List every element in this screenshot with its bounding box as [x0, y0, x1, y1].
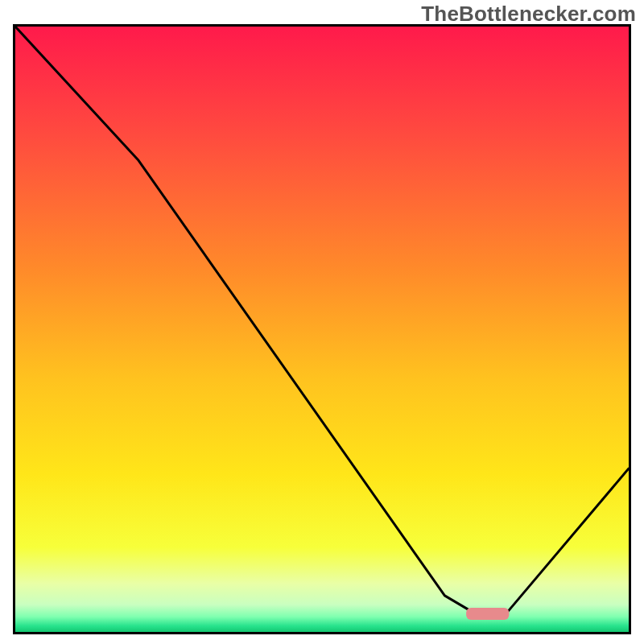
line-chart	[15, 27, 629, 632]
optimal-marker	[466, 608, 509, 620]
chart-container: TheBottlenecker.com	[0, 0, 644, 644]
gradient-background	[15, 27, 629, 632]
watermark-text: TheBottlenecker.com	[421, 2, 636, 27]
plot-frame	[13, 24, 631, 634]
